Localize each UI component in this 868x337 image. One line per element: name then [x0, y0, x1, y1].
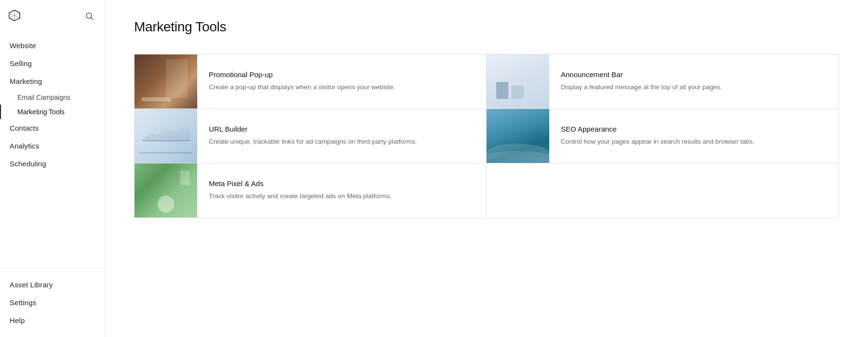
card-title-url: URL Builder: [209, 125, 417, 133]
sidebar-item-website[interactable]: Website: [0, 37, 105, 54]
card-desc-seo: Control how your pages appear in search …: [561, 137, 754, 147]
sidebar-top: [0, 0, 105, 33]
card-image-promo: [135, 54, 197, 108]
logo-icon[interactable]: [8, 9, 21, 24]
card-content-announcement: Announcement Bar Display a featured mess…: [549, 54, 733, 108]
card-image-seo: [487, 109, 549, 163]
card-title-meta: Meta Pixel & Ads: [209, 179, 392, 188]
seo-image: [487, 109, 549, 163]
meta-image: [135, 163, 197, 217]
sidebar: Website Selling Marketing Email Campaign…: [0, 0, 105, 337]
card-title-seo: SEO Appearance: [561, 125, 754, 133]
sidebar-item-settings[interactable]: Settings: [0, 294, 105, 311]
card-announcement-bar[interactable]: Announcement Bar Display a featured mess…: [487, 54, 839, 108]
url-image: [135, 109, 197, 163]
sidebar-bottom: Asset Library Settings Help: [0, 271, 105, 337]
card-content-url: URL Builder Create unique, trackable lin…: [197, 109, 428, 163]
sidebar-item-help[interactable]: Help: [0, 311, 105, 329]
cards-row-3: Meta Pixel & Ads Track visitor activity …: [135, 163, 839, 217]
card-desc-announcement: Display a featured message at the top of…: [561, 82, 722, 92]
card-content-promo: Promotional Pop-up Create a pop-up that …: [197, 54, 407, 108]
card-desc-meta: Track visitor activity and create target…: [209, 191, 392, 201]
empty-cell: [487, 163, 839, 217]
card-desc-promo: Create a pop-up that displays when a vis…: [209, 82, 395, 92]
card-title-promo: Promotional Pop-up: [209, 70, 395, 79]
card-image-url: [135, 109, 197, 163]
card-desc-url: Create unique, trackable links for ad ca…: [209, 137, 417, 147]
sidebar-item-contacts[interactable]: Contacts: [0, 119, 105, 137]
main-content: Marketing Tools Promotional Pop-up Creat…: [105, 0, 868, 337]
sidebar-item-marketing-tools[interactable]: Marketing Tools: [0, 105, 105, 119]
card-content-meta: Meta Pixel & Ads Track visitor activity …: [197, 163, 403, 217]
sidebar-item-email-campaigns[interactable]: Email Campaigns: [0, 90, 105, 105]
card-title-announcement: Announcement Bar: [561, 70, 722, 79]
sidebar-item-analytics[interactable]: Analytics: [0, 137, 105, 155]
sidebar-item-selling[interactable]: Selling: [0, 54, 105, 72]
page-title: Marketing Tools: [134, 19, 839, 35]
card-seo-appearance[interactable]: SEO Appearance Control how your pages ap…: [487, 109, 839, 163]
search-button[interactable]: [83, 10, 96, 23]
sidebar-item-marketing[interactable]: Marketing: [0, 72, 105, 90]
cards-row-2: URL Builder Create unique, trackable lin…: [135, 109, 839, 163]
nav-section: Website Selling Marketing Email Campaign…: [0, 33, 105, 271]
card-content-seo: SEO Appearance Control how your pages ap…: [549, 109, 766, 163]
card-image-meta: [135, 163, 197, 217]
cards-container: Promotional Pop-up Create a pop-up that …: [134, 54, 839, 218]
card-url-builder[interactable]: URL Builder Create unique, trackable lin…: [135, 109, 487, 163]
promo-image: [135, 54, 197, 108]
sidebar-item-asset-library[interactable]: Asset Library: [0, 276, 105, 294]
cards-row-1: Promotional Pop-up Create a pop-up that …: [135, 54, 839, 109]
card-meta-pixel[interactable]: Meta Pixel & Ads Track visitor activity …: [135, 163, 487, 217]
sidebar-item-scheduling[interactable]: Scheduling: [0, 155, 105, 173]
card-promotional-popup[interactable]: Promotional Pop-up Create a pop-up that …: [135, 54, 487, 108]
announcement-image: [487, 54, 549, 108]
card-image-announcement: [487, 54, 549, 108]
